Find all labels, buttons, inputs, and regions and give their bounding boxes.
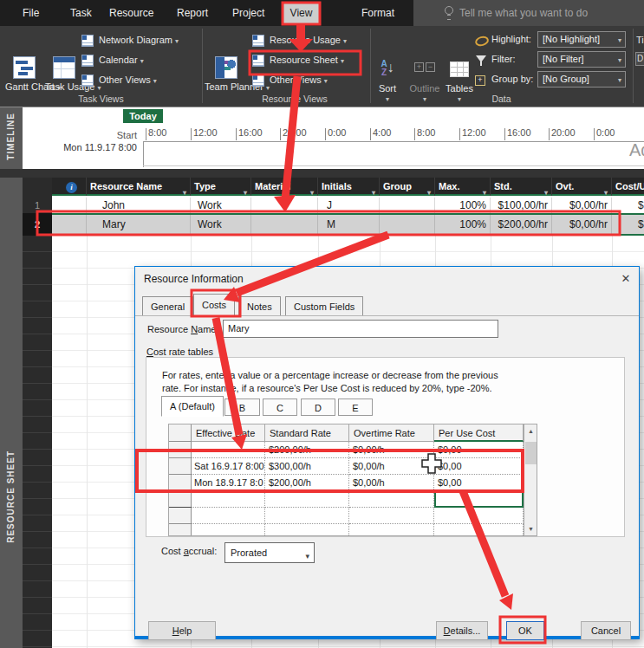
rate-row-sat[interactable]: Sat 16.9.17 8:00 $300,00/h $0,00/h $0,00 [169,458,537,475]
cell-material[interactable] [251,215,318,234]
cell-ovt[interactable]: $0,00/hr [552,215,612,234]
cell-per-use-cost[interactable]: $0,00 [434,475,524,491]
tables-button[interactable]: Tables ▾ [442,55,477,113]
cell-effective-date[interactable]: Sat 16.9.17 8:00 [192,458,265,475]
rate-tab-e[interactable]: E [338,399,373,416]
cell-info[interactable] [52,215,87,234]
details-button[interactable]: Details... [436,621,488,640]
column-header-initials[interactable]: ▾Initials [318,178,380,196]
scroll-up-icon[interactable]: ▲ [524,424,537,437]
cell-overtime-rate[interactable] [349,508,434,524]
resource-row-mary-selected[interactable]: Mary Work M 100% $200,00/hr $0,00/hr $ [52,213,644,236]
cell-standard-rate[interactable] [265,491,349,508]
gantt-chart-button[interactable]: Gantt Chart ▾ [5,55,43,115]
cell-std[interactable]: $100,00/hr [491,198,552,213]
cell-per-use-cost[interactable]: $0,00 [434,442,524,458]
rate-row-default[interactable]: -- $200,00/h $0,00/h $0,00 [169,442,537,458]
column-header-info[interactable]: i [52,178,87,196]
column-header-max[interactable]: ▾Max. [435,178,491,196]
menu-view-active-tab[interactable]: View [283,2,320,24]
cell-overtime-rate[interactable] [349,491,434,508]
cell-group[interactable] [380,215,435,234]
task-usage-button[interactable]: Task Usage ▾ [45,55,83,115]
cell-standard-rate[interactable]: $200,00/h [265,442,349,458]
cell-cost[interactable]: $ [612,198,644,213]
resource-name-input[interactable]: Mary [223,320,498,338]
scroll-down-icon[interactable]: ▼ [524,522,537,535]
filter-caret-icon[interactable]: ▾ [544,184,548,196]
cell-group[interactable] [380,198,435,213]
menu-format[interactable]: Format [361,0,394,26]
menu-report[interactable]: Report [177,0,208,26]
rate-tab-b[interactable]: B [224,399,260,416]
filter-caret-icon[interactable]: ▾ [427,184,431,196]
cell-ovt[interactable]: $0,00/hr [552,198,612,213]
tab-custom-fields[interactable]: Custom Fields [285,296,363,315]
cell-initials[interactable]: M [318,215,380,234]
cell-per-use-cost-selected[interactable] [434,491,524,508]
rate-row-empty[interactable] [169,524,537,536]
cell-effective-date[interactable] [192,491,265,508]
filter-caret-icon[interactable]: ▾ [183,184,186,196]
grid-scrollbar[interactable]: ▲ ▼ [524,424,537,535]
column-header-std[interactable]: ▾Std. [491,178,552,196]
highlight-dropdown[interactable]: [No Highlight]▾ [537,31,626,48]
cancel-button[interactable]: Cancel [581,621,631,640]
rate-tab-a-default[interactable]: A (Default) [161,396,224,417]
cell-info[interactable] [52,198,87,213]
cell-type[interactable]: Work [191,215,251,234]
filter-caret-icon[interactable]: ▾ [483,184,486,196]
cell-name[interactable]: John [87,198,191,213]
cell-material[interactable] [251,198,318,213]
filter-caret-icon[interactable]: ▾ [372,184,375,196]
cell-effective-date[interactable] [192,508,265,524]
cell-max[interactable]: 100% [435,215,491,234]
column-header-group[interactable]: ▾Group [380,178,435,196]
tab-costs[interactable]: Costs [193,294,235,316]
filter-dropdown[interactable]: [No Filter]▾ [537,51,626,68]
scrollbar-thumb[interactable] [525,442,537,464]
cost-accrual-dropdown[interactable]: Prorated▾ [224,542,315,563]
cell-type[interactable]: Work [191,198,251,213]
other-views-button[interactable]: Other Views ▾ [81,71,157,88]
rate-tab-c[interactable]: C [263,399,297,416]
menu-task[interactable]: Task [70,0,92,26]
cell-per-use-cost[interactable] [434,524,524,536]
resource-usage-button[interactable]: Resource Usage ▾ [252,31,347,49]
cell-per-use-cost[interactable]: $0,00 [434,458,524,475]
calendar-button[interactable]: Calendar ▾ [81,51,144,68]
rate-tab-d[interactable]: D [301,399,335,416]
tab-notes[interactable]: Notes [238,296,281,315]
cell-overtime-rate[interactable] [349,524,434,536]
cell-cost[interactable]: $ [612,215,644,234]
cell-effective-date[interactable]: -- [192,442,265,458]
filter-caret-icon[interactable]: ▾ [310,184,314,196]
column-header-cost[interactable]: Cost/U [612,178,644,196]
row-selector[interactable] [169,442,192,458]
other-views-button-2[interactable]: Other Views ▾ [252,71,328,88]
group-by-dropdown[interactable]: [No Group]▾ [537,71,626,87]
row-number-2[interactable]: 2 [23,213,52,236]
resource-row-john[interactable]: John Work J 100% $100,00/hr $0,00/hr $ [52,198,644,213]
column-header-material[interactable]: ▾Material [251,178,318,196]
cell-std[interactable]: $200,00/hr [491,215,552,234]
resource-sheet-sidebar[interactable]: RESOURCE SHEET [0,178,23,648]
row-selector[interactable] [169,508,192,524]
cell-standard-rate[interactable]: $300,00/h [265,458,349,475]
cell-max[interactable]: 100% [435,198,491,213]
cell-effective-date[interactable]: Mon 18.9.17 8:0 [192,475,265,491]
cell-standard-rate[interactable] [265,524,349,536]
help-button[interactable]: Help [148,621,216,640]
column-header-resource-name[interactable]: ▾Resource Name [87,178,191,196]
menu-project[interactable]: Project [232,0,264,26]
cell-overtime-rate[interactable]: $0,00/h [349,458,434,475]
cell-standard-rate[interactable] [265,508,349,524]
pane-splitter[interactable] [0,169,644,178]
row-selector[interactable] [169,524,192,536]
network-diagram-button[interactable]: Network Diagram ▾ [81,31,179,49]
column-header-ovt[interactable]: ▾Ovt. [552,178,612,196]
cell-effective-date[interactable] [192,524,265,536]
sort-button[interactable]: AZ↓ Sort ▾ [371,55,404,113]
rate-row-mon[interactable]: Mon 18.9.17 8:0 $200,00/h $0,00/h $0,00 [169,475,537,491]
resource-sheet-button[interactable]: Resource Sheet ▾ [252,51,344,68]
